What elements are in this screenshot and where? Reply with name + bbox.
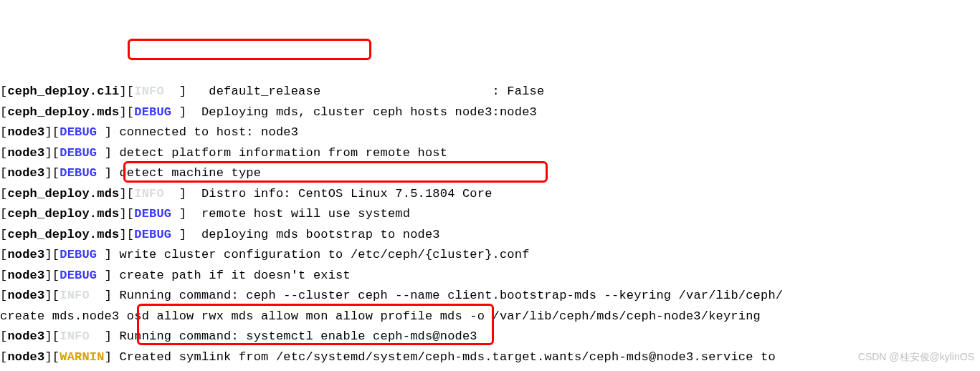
log-level: DEBUG <box>60 146 104 160</box>
log-message: Running command: systemctl enable ceph-m… <box>112 329 477 343</box>
log-source: ceph_deploy.mds <box>7 187 119 201</box>
terminal-output: [ceph_deploy.cli][INFO ] default_release… <box>0 82 980 371</box>
log-line: [ceph_deploy.mds][DEBUG ] Deploying mds,… <box>0 102 980 123</box>
log-level: INFO <box>60 289 104 302</box>
log-level: INFO <box>134 85 179 98</box>
log-level: INFO <box>134 187 179 201</box>
log-message: create path if it doesn't exist <box>112 269 351 282</box>
log-message: detect machine type <box>112 166 261 180</box>
log-source: node3 <box>7 146 44 160</box>
log-source: node3 <box>7 329 44 343</box>
log-message: Running command: ceph --cluster ceph --n… <box>112 289 783 302</box>
log-line: [node3][DEBUG ] create path if it doesn'… <box>0 266 980 286</box>
log-source: node3 <box>7 269 44 282</box>
log-line: [node3][DEBUG ] connected to host: node3 <box>0 122 980 143</box>
log-line: [ceph_deploy.cli][INFO ] default_release… <box>0 82 980 102</box>
watermark-text: CSDN @桂安俊@kylinOS <box>858 347 974 367</box>
log-line: ce. <box>0 367 980 371</box>
log-level: DEBUG <box>134 207 179 221</box>
log-message: Deploying mds, cluster ceph hosts node3:… <box>194 105 536 119</box>
log-raw-text: create mds.node3 osd allow rwx mds allow… <box>0 309 761 323</box>
log-message: remote host will use systemd <box>194 207 410 221</box>
log-line: create mds.node3 osd allow rwx mds allow… <box>0 307 980 327</box>
log-source: node3 <box>7 248 44 261</box>
log-message: detect platform information from remote … <box>112 146 447 160</box>
log-line: [node3][DEBUG ] write cluster configurat… <box>0 245 980 266</box>
log-level: DEBUG <box>60 125 104 139</box>
log-source: ceph_deploy.mds <box>7 228 119 241</box>
log-source: node3 <box>7 125 44 139</box>
highlight-box <box>128 39 371 60</box>
log-level: DEBUG <box>60 248 104 261</box>
log-message: connected to host: node3 <box>112 125 298 139</box>
log-level: DEBUG <box>134 105 179 119</box>
log-source: ceph_deploy.cli <box>7 85 119 98</box>
log-message: Created symlink from /etc/systemd/system… <box>112 350 776 364</box>
log-level: DEBUG <box>134 228 179 241</box>
log-level: DEBUG <box>60 269 104 282</box>
log-source: ceph_deploy.mds <box>7 207 119 221</box>
log-message: deploying mds bootstrap to node3 <box>194 228 439 241</box>
log-source: node3 <box>7 289 44 302</box>
log-message: write cluster configuration to /etc/ceph… <box>112 248 530 261</box>
log-line: [node3][INFO ] Running command: ceph --c… <box>0 286 980 307</box>
log-level: WARNIN <box>60 350 104 364</box>
log-source: node3 <box>7 166 44 180</box>
log-source: node3 <box>7 350 44 364</box>
log-message: default_release : False <box>194 85 544 98</box>
log-line: [ceph_deploy.mds][INFO ] Distro info: Ce… <box>0 184 980 205</box>
log-line: [node3][WARNIN] Created symlink from /et… <box>0 347 980 368</box>
log-line: [ceph_deploy.mds][DEBUG ] remote host wi… <box>0 204 980 225</box>
log-level: INFO <box>60 329 104 343</box>
log-line: [ceph_deploy.mds][DEBUG ] deploying mds … <box>0 225 980 246</box>
log-level: DEBUG <box>60 166 104 180</box>
log-message: Distro info: CentOS Linux 7.5.1804 Core <box>194 187 492 201</box>
log-line: [node3][INFO ] Running command: systemct… <box>0 327 980 347</box>
log-line: [node3][DEBUG ] detect machine type <box>0 163 980 184</box>
log-source: ceph_deploy.mds <box>7 105 119 119</box>
log-line: [node3][DEBUG ] detect platform informat… <box>0 143 980 164</box>
